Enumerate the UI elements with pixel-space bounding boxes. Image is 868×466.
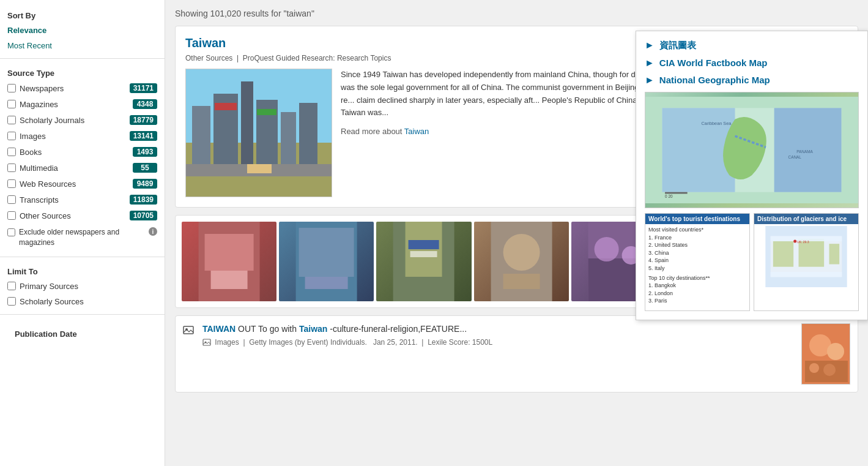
- badge-other-sources: 10705: [130, 211, 157, 220]
- checkbox-web-resources[interactable]: [7, 179, 16, 188]
- filter-multimedia[interactable]: Multimedia 55: [0, 160, 165, 176]
- checkbox-exclude-older[interactable]: [7, 228, 15, 236]
- exclude-older-row[interactable]: Exclude older newspapers and magazines i: [0, 224, 165, 252]
- filter-images[interactable]: Images 13141: [0, 128, 165, 144]
- svg-rect-9: [257, 109, 276, 115]
- checkbox-scholarly-sources[interactable]: [7, 297, 16, 306]
- result-2-title-highlight-2: Taiwan: [299, 324, 327, 334]
- results-header: Showing 101,020 results for "taiwan": [175, 9, 858, 18]
- scholarly-sources-label: Scholarly Sources: [20, 297, 84, 306]
- glaciers-card-content: UK: 29.3: [754, 224, 858, 291]
- svg-rect-55: [829, 244, 840, 264]
- featured-database: ProQuest Guided Research: Research Topic…: [243, 54, 391, 62]
- popup-item-3[interactable]: ► National Geographic Map: [645, 75, 859, 86]
- svg-text:Caribbean Sea: Caribbean Sea: [702, 121, 732, 126]
- svg-text:0    20: 0 20: [665, 194, 673, 198]
- checkbox-multimedia[interactable]: [7, 163, 16, 172]
- popup-link-2[interactable]: CIA World Factbook Map: [659, 58, 768, 68]
- result-2-title-highlight-1: TAIWAN: [202, 324, 236, 334]
- svg-rect-13: [205, 234, 254, 271]
- badge-images: 13141: [130, 131, 157, 141]
- popup-link-1[interactable]: 資訊圖表: [659, 40, 696, 51]
- result-2-title-suffix: -culture-funeral-religion,FEATURE...: [330, 324, 467, 334]
- popup-arrow-3: ►: [645, 75, 655, 86]
- strip-image-3[interactable]: [376, 222, 471, 301]
- glaciers-card-header: Distribution of glaciers and ice: [754, 214, 858, 224]
- svg-point-40: [809, 363, 819, 373]
- badge-multimedia: 55: [133, 163, 157, 173]
- sort-relevance[interactable]: Relevance: [0, 23, 165, 38]
- result-2-type: Images: [215, 338, 239, 347]
- svg-point-23: [503, 234, 540, 271]
- svg-rect-17: [305, 277, 348, 289]
- result-2-lexile: Lexile Score: 1500L: [428, 338, 492, 347]
- exclude-older-label: Exclude older newspapers and magazines: [19, 227, 145, 248]
- limit-to-title: Limit To: [0, 262, 165, 279]
- main-content: Showing 101,020 results for "taiwan" Tai…: [165, 0, 868, 466]
- sort-by-title: Sort By: [0, 6, 165, 23]
- checkbox-magazines[interactable]: [7, 100, 16, 108]
- filter-books[interactable]: Books 1493: [0, 144, 165, 160]
- svg-rect-34: [203, 339, 210, 345]
- primary-sources-label: Primary Sources: [20, 282, 78, 291]
- limit-scholarly-sources[interactable]: Scholarly Sources: [0, 294, 165, 309]
- checkbox-other-sources[interactable]: [7, 211, 16, 220]
- svg-point-58: [793, 240, 796, 243]
- filter-scholarly-journals[interactable]: Scholarly Journals 18779: [0, 112, 165, 128]
- filter-newspapers[interactable]: Newspapers 31171: [0, 80, 165, 96]
- svg-rect-4: [241, 81, 253, 167]
- exclude-info-icon[interactable]: i: [149, 227, 157, 236]
- checkbox-primary-sources[interactable]: [7, 282, 16, 290]
- result-2-date: Jan 25, 2011.: [373, 338, 418, 347]
- svg-rect-32: [184, 326, 193, 334]
- result-2-meta: Images | Getty Images (by Event) Individ…: [202, 338, 794, 347]
- svg-rect-21: [410, 251, 437, 257]
- result-item-2: TAIWAN OUT To go with Taiwan -culture-fu…: [175, 315, 858, 393]
- svg-rect-14: [211, 271, 248, 289]
- divider-1: [0, 58, 165, 59]
- checkbox-scholarly-journals[interactable]: [7, 116, 16, 124]
- filter-transcripts[interactable]: Transcripts 11839: [0, 192, 165, 208]
- filter-web-resources[interactable]: Web Resources 9489: [0, 176, 165, 192]
- badge-scholarly-journals: 18779: [130, 115, 157, 125]
- svg-text:CANAL: CANAL: [788, 155, 802, 159]
- svg-rect-6: [281, 112, 296, 167]
- popup-link-3[interactable]: National Geographic Map: [659, 75, 770, 85]
- image-type-icon: [183, 325, 195, 385]
- popup-item-2[interactable]: ► CIA World Factbook Map: [645, 58, 859, 69]
- strip-image-4[interactable]: [474, 222, 569, 301]
- source-type-title: Source Type: [0, 64, 165, 80]
- svg-text:PANAMA: PANAMA: [796, 149, 813, 154]
- popup-arrow-1: ►: [645, 40, 655, 51]
- badge-transcripts: 11839: [130, 195, 157, 205]
- map-preview: Caribbean Sea PANAMA CANAL 0 20: [645, 92, 859, 208]
- limit-primary-sources[interactable]: Primary Sources: [0, 279, 165, 294]
- strip-image-2[interactable]: [279, 222, 374, 301]
- result-2-thumbnail: [801, 323, 850, 385]
- tourist-card-content: Most visited countries* 1. France 2. Uni…: [645, 224, 749, 307]
- strip-image-1[interactable]: [182, 222, 276, 301]
- filter-other-sources[interactable]: Other Sources 10705: [0, 208, 165, 224]
- featured-source: Other Sources: [185, 54, 232, 62]
- sort-most-recent[interactable]: Most Recent: [0, 38, 165, 53]
- badge-newspapers: 31171: [130, 83, 157, 93]
- read-more-link[interactable]: Taiwan: [404, 127, 429, 136]
- checkbox-transcripts[interactable]: [7, 195, 16, 204]
- checkbox-newspapers[interactable]: [7, 84, 16, 92]
- popup-arrow-2: ►: [645, 58, 655, 69]
- popup-overlay: ► 資訊圖表 ► CIA World Factbook Map ► Nation…: [636, 31, 868, 320]
- checkbox-images[interactable]: [7, 132, 16, 140]
- filter-magazines[interactable]: Magazines 4348: [0, 96, 165, 112]
- popup-item-1[interactable]: ► 資訊圖表: [645, 40, 859, 51]
- divider-3: [0, 314, 165, 315]
- svg-text:UK: 29.3: UK: 29.3: [797, 240, 809, 244]
- tourist-card-header: World's top tourist destinations: [645, 214, 749, 224]
- tourist-destinations-card: World's top tourist destinations Most vi…: [645, 213, 750, 311]
- badge-web-resources: 9489: [133, 179, 157, 189]
- svg-rect-20: [409, 240, 439, 249]
- svg-rect-11: [247, 164, 272, 173]
- featured-img-bg: [186, 69, 332, 197]
- sidebar: Sort By Relevance Most Recent Source Typ…: [0, 0, 165, 466]
- checkbox-books[interactable]: [7, 148, 16, 156]
- result-2-content: TAIWAN OUT To go with Taiwan -culture-fu…: [202, 323, 794, 385]
